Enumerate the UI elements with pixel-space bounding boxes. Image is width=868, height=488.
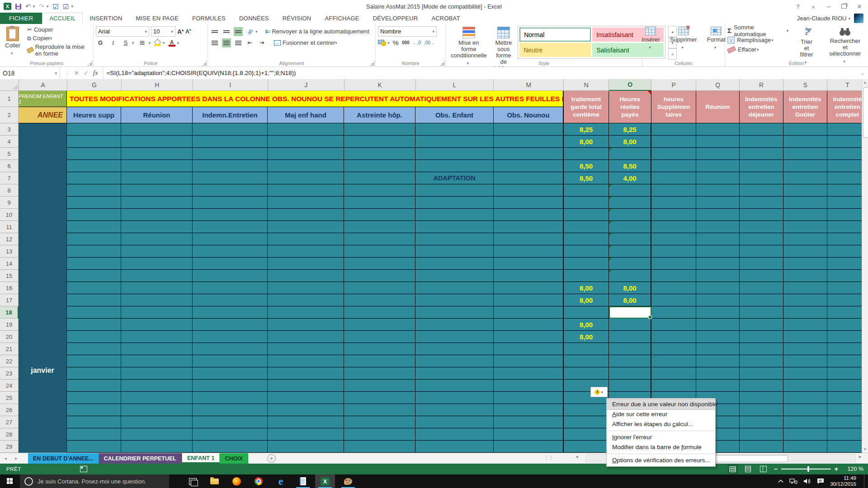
cell-S8[interactable]: [783, 184, 827, 197]
cell-M9[interactable]: [494, 197, 564, 209]
cell-S13[interactable]: [783, 245, 827, 258]
row-header-22[interactable]: 22: [0, 355, 19, 367]
cell-L6[interactable]: [415, 160, 494, 172]
menu-item[interactable]: Afficher les étapes du calcul...: [607, 419, 715, 429]
row-header-5[interactable]: 5: [0, 148, 19, 160]
cell-K8[interactable]: [344, 184, 415, 197]
cell-R11[interactable]: [740, 221, 783, 233]
cell-K16[interactable]: [344, 282, 415, 294]
cell-Q13[interactable]: [696, 245, 740, 258]
ribbon-tab-données[interactable]: DONNÉES: [232, 13, 276, 24]
delete-cells-button[interactable]: Supprimer▾: [667, 26, 700, 52]
align-left-icon[interactable]: [210, 38, 219, 47]
column-header-P[interactable]: P: [651, 79, 696, 91]
formula-input[interactable]: =SI(L18="adaptation";4;CHOISIR(EQUIV(N18…: [103, 67, 857, 79]
cell-M16[interactable]: [494, 282, 564, 294]
scroll-down-icon[interactable]: ▼: [862, 446, 868, 453]
cell-H28[interactable]: [121, 428, 193, 441]
ribbon-tab-affichage[interactable]: AFFICHAGE: [318, 13, 366, 24]
ribbon-tab-fichier[interactable]: FICHIER: [0, 13, 42, 24]
align-bottom-icon[interactable]: [234, 27, 243, 36]
speaker-icon[interactable]: [803, 478, 811, 484]
cell-H15[interactable]: [121, 270, 193, 282]
cell-P19[interactable]: [651, 319, 696, 331]
row-header-3[interactable]: 3: [0, 123, 19, 136]
cell-I13[interactable]: [193, 245, 268, 258]
firefox-taskbar-icon[interactable]: [226, 474, 246, 488]
cell-G4[interactable]: [67, 136, 121, 148]
row-header-23[interactable]: 23: [0, 367, 19, 380]
cell-G24[interactable]: [67, 380, 121, 392]
cell-H19[interactable]: [121, 319, 193, 331]
minimize-icon[interactable]: ─: [822, 1, 835, 12]
new-sheet-icon[interactable]: +: [267, 454, 276, 463]
cell-G12[interactable]: [67, 233, 121, 245]
ribbon-tab-développeur[interactable]: DÉVELOPPEUR: [366, 13, 425, 24]
cell-N29[interactable]: [564, 441, 609, 453]
cell-L10[interactable]: [415, 209, 494, 221]
cell-K29[interactable]: [344, 441, 415, 453]
cell-J10[interactable]: [268, 209, 344, 221]
column-header-G[interactable]: G: [67, 79, 122, 91]
font-color-icon[interactable]: A: [169, 39, 175, 46]
cell-P24[interactable]: [651, 380, 696, 392]
cell-H4[interactable]: [121, 136, 193, 148]
sheet-tab-calendrier-perpetuel[interactable]: CALENDRIER PERPETUEL: [99, 453, 182, 464]
cell-I4[interactable]: [193, 136, 268, 148]
row-header-28[interactable]: 28: [0, 428, 19, 441]
cell-G26[interactable]: [67, 404, 121, 416]
cell-J23[interactable]: [268, 367, 344, 380]
cell-K9[interactable]: [344, 197, 415, 209]
cell-L3[interactable]: [415, 123, 494, 136]
cell-I24[interactable]: [193, 380, 268, 392]
cell-G20[interactable]: [67, 331, 121, 343]
cell-M25[interactable]: [494, 392, 564, 404]
cell-R21[interactable]: [740, 343, 783, 355]
cell-R13[interactable]: [740, 245, 783, 258]
cell-O9[interactable]: [609, 197, 651, 209]
row-header[interactable]: 2: [0, 107, 19, 123]
grow-font-icon[interactable]: A▴: [177, 28, 184, 35]
warning-banner[interactable]: TOUTES MODIFICATIONS APPORTEES DANS LA C…: [67, 91, 564, 107]
vertical-scroll-thumb[interactable]: [863, 87, 868, 138]
cell-N3[interactable]: 8,25: [564, 123, 609, 136]
cell-P12[interactable]: [651, 233, 696, 245]
cell-O12[interactable]: [609, 233, 651, 245]
cell-Q22[interactable]: [696, 355, 740, 367]
cell-H11[interactable]: [121, 221, 193, 233]
cell-Q21[interactable]: [696, 343, 740, 355]
help-icon[interactable]: ?: [791, 1, 805, 12]
row-header-14[interactable]: 14: [0, 258, 19, 270]
cell-L19[interactable]: [415, 319, 494, 331]
zoom-level[interactable]: 120 %: [844, 466, 863, 472]
close-icon[interactable]: ✕: [853, 1, 866, 12]
bold-button[interactable]: G: [96, 38, 105, 47]
cell-P13[interactable]: [651, 245, 696, 258]
cell-K28[interactable]: [344, 428, 415, 441]
cell-N18[interactable]: [564, 306, 609, 319]
cell-L7[interactable]: ADAPTATION: [415, 172, 494, 184]
cell-K14[interactable]: [344, 258, 415, 270]
cell-N20[interactable]: 8,00: [564, 331, 609, 343]
cell-R27[interactable]: [740, 416, 783, 428]
cell-O5[interactable]: [609, 148, 651, 160]
cell-H23[interactable]: [121, 367, 193, 380]
cell-R26[interactable]: [740, 404, 783, 416]
row-header-15[interactable]: 15: [0, 270, 19, 282]
cell-Q9[interactable]: [696, 197, 740, 209]
cell-P7[interactable]: [651, 172, 696, 184]
wrap-text-button[interactable]: ⇇ Renvoyer à la ligne automatiquement: [264, 28, 371, 35]
cell-O7[interactable]: 4,00: [609, 172, 651, 184]
cell-J7[interactable]: [268, 172, 344, 184]
row-header-16[interactable]: 16: [0, 282, 19, 294]
cell-R28[interactable]: [740, 428, 783, 441]
cell-S5[interactable]: [783, 148, 827, 160]
cell-K12[interactable]: [344, 233, 415, 245]
cell-J5[interactable]: [268, 148, 344, 160]
chevron-up-icon[interactable]: [778, 479, 783, 483]
paste-button[interactable]: Coller▾: [2, 26, 23, 57]
cell-H6[interactable]: [121, 160, 193, 172]
macro-record-icon[interactable]: [80, 466, 87, 472]
cell-K19[interactable]: [344, 319, 415, 331]
cell-L8[interactable]: [415, 184, 494, 197]
